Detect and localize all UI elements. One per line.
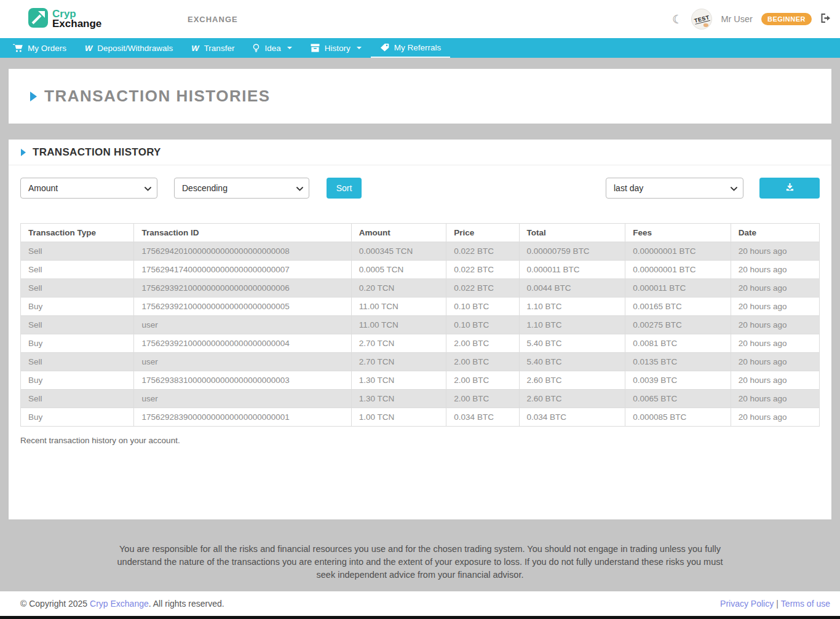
table-header-row: Transaction Type Transaction ID Amount P… bbox=[21, 224, 820, 242]
cell-price: 0.10 BTC bbox=[446, 316, 519, 334]
table-row: Sell 17562941740000000000000000000007 0.… bbox=[21, 261, 820, 279]
cell-total: 2.60 BTC bbox=[519, 390, 625, 408]
cell-date: 20 hours ago bbox=[731, 334, 819, 353]
table-row: Sell user 2.70 TCN 2.00 BTC 5.40 BTC 0.0… bbox=[21, 353, 820, 371]
page-title-card: TRANSACTION HISTORIES bbox=[9, 69, 831, 124]
cell-amount: 1.30 TCN bbox=[351, 390, 446, 408]
sort-button[interactable]: Sort bbox=[327, 178, 362, 199]
logout-icon[interactable] bbox=[820, 13, 831, 26]
brand-logo[interactable]: Cryp Exchange bbox=[28, 7, 101, 31]
cell-price: 2.00 BTC bbox=[446, 371, 519, 390]
transaction-history-panel: TRANSACTION HISTORY Amount Descendi bbox=[9, 140, 831, 519]
cell-price: 0.022 BTC bbox=[446, 261, 519, 279]
cell-price: 0.10 BTC bbox=[446, 298, 519, 316]
cell-price: 0.022 BTC bbox=[446, 242, 519, 261]
footer-links: Privacy Policy|Terms of use bbox=[720, 599, 830, 609]
main-nav: My Orders W Deposit/Withdrawals W Transf… bbox=[0, 38, 840, 58]
cell-total: 1.10 BTC bbox=[519, 298, 625, 316]
nav-deposit-withdrawals[interactable]: W Deposit/Withdrawals bbox=[76, 38, 182, 58]
cell-price: 0.034 BTC bbox=[446, 408, 519, 427]
cell-transaction-type: Sell bbox=[21, 242, 134, 261]
cell-amount: 2.70 TCN bbox=[351, 334, 446, 353]
download-icon bbox=[785, 183, 794, 194]
dark-mode-moon-icon[interactable]: ☾ bbox=[672, 14, 683, 25]
cell-amount: 2.70 TCN bbox=[351, 353, 446, 371]
blue-triangle-icon bbox=[21, 149, 26, 156]
panel-title: TRANSACTION HISTORY bbox=[33, 146, 161, 159]
cart-icon bbox=[13, 44, 23, 52]
cell-fees: 0.0039 BTC bbox=[625, 371, 731, 390]
brand-logo-icon bbox=[28, 7, 49, 31]
nav-idea[interactable]: Idea bbox=[244, 38, 301, 58]
nav-transfer[interactable]: W Transfer bbox=[182, 38, 244, 58]
header-user-area: ☾ TEST Mr User BEGINNER bbox=[672, 0, 831, 38]
lightbulb-icon bbox=[253, 44, 260, 53]
table-note: Recent transaction history on your accou… bbox=[20, 436, 820, 445]
table-row: Sell user 1.30 TCN 2.00 BTC 2.60 BTC 0.0… bbox=[21, 390, 820, 408]
cell-date: 20 hours ago bbox=[731, 261, 819, 279]
panel-body: Amount Descending Sort bbox=[9, 165, 831, 445]
cell-total: 0.00000759 BTC bbox=[519, 242, 625, 261]
nav-my-orders[interactable]: My Orders bbox=[4, 38, 76, 58]
blue-triangle-icon bbox=[30, 92, 37, 101]
nav-history[interactable]: History bbox=[301, 38, 371, 58]
cell-price: 2.00 BTC bbox=[446, 390, 519, 408]
cell-transaction-id: 17562939210000000000000000000005 bbox=[134, 298, 351, 316]
col-date: Date bbox=[731, 224, 819, 242]
cell-date: 20 hours ago bbox=[731, 371, 819, 390]
cell-fees: 0.0065 BTC bbox=[625, 390, 731, 408]
cell-transaction-type: Buy bbox=[21, 371, 134, 390]
table-row: Sell 17562939210000000000000000000006 0.… bbox=[21, 279, 820, 298]
brand-name: Cryp Exchange bbox=[52, 9, 101, 29]
sort-direction-select[interactable]: Descending bbox=[174, 178, 309, 199]
panel-header: TRANSACTION HISTORY bbox=[9, 140, 831, 165]
table-row: Buy 17562938310000000000000000000003 1.3… bbox=[21, 371, 820, 390]
chevron-down-icon bbox=[287, 47, 292, 49]
col-price: Price bbox=[446, 224, 519, 242]
cell-price: 2.00 BTC bbox=[446, 353, 519, 371]
cell-transaction-type: Buy bbox=[21, 298, 134, 316]
top-header: Cryp Exchange EXCHANGE ☾ TEST Mr User BE… bbox=[0, 0, 840, 38]
wallet-forms-icon: W bbox=[85, 44, 92, 53]
cell-fees: 0.0081 BTC bbox=[625, 334, 731, 353]
terms-of-use-link[interactable]: Terms of use bbox=[781, 599, 830, 609]
cell-transaction-type: Buy bbox=[21, 408, 134, 427]
cell-transaction-type: Sell bbox=[21, 353, 134, 371]
page-content: TRANSACTION HISTORIES TRANSACTION HISTOR… bbox=[0, 58, 840, 619]
brand-footer-link[interactable]: Cryp Exchange bbox=[90, 599, 149, 609]
col-fees: Fees bbox=[625, 224, 731, 242]
cell-amount: 11.00 TCN bbox=[351, 316, 446, 334]
cell-transaction-type: Sell bbox=[21, 279, 134, 298]
cell-date: 20 hours ago bbox=[731, 408, 819, 427]
cell-amount: 1.30 TCN bbox=[351, 371, 446, 390]
cell-transaction-type: Sell bbox=[21, 316, 134, 334]
cell-total: 5.40 BTC bbox=[519, 353, 625, 371]
bottom-strip bbox=[0, 616, 840, 619]
download-button[interactable] bbox=[759, 178, 820, 199]
page-title: TRANSACTION HISTORIES bbox=[44, 87, 271, 106]
cell-transaction-type: Buy bbox=[21, 334, 134, 353]
avatar[interactable]: TEST bbox=[691, 9, 712, 30]
cell-fees: 0.00000001 BTC bbox=[625, 242, 731, 261]
exchange-menu-link[interactable]: EXCHANGE bbox=[188, 15, 238, 24]
nav-my-referrals[interactable]: My Referrals bbox=[371, 38, 451, 58]
cell-date: 20 hours ago bbox=[731, 390, 819, 408]
cell-transaction-id: 17562939210000000000000000000004 bbox=[134, 334, 351, 353]
cell-total: 0.034 BTC bbox=[519, 408, 625, 427]
cell-transaction-id: 17562939210000000000000000000006 bbox=[134, 279, 351, 298]
archive-icon bbox=[311, 44, 320, 52]
col-transaction-id: Transaction ID bbox=[134, 224, 351, 242]
user-name[interactable]: Mr User bbox=[721, 14, 753, 24]
copyright: © Copyright 2025 Cryp Exchange. All righ… bbox=[20, 599, 224, 609]
cell-transaction-id: 17562938310000000000000000000003 bbox=[134, 371, 351, 390]
cell-total: 1.10 BTC bbox=[519, 316, 625, 334]
sort-field-select[interactable]: Amount bbox=[20, 178, 157, 199]
privacy-policy-link[interactable]: Privacy Policy bbox=[720, 599, 774, 609]
tags-icon bbox=[380, 43, 389, 52]
table-row: Buy 17562939210000000000000000000004 2.7… bbox=[21, 334, 820, 353]
date-range-select[interactable]: last day bbox=[606, 178, 743, 199]
cell-transaction-type: Sell bbox=[21, 261, 134, 279]
cell-fees: 0.00165 BTC bbox=[625, 298, 731, 316]
cell-amount: 0.000345 TCN bbox=[351, 242, 446, 261]
user-level-badge: BEGINNER bbox=[761, 13, 812, 25]
